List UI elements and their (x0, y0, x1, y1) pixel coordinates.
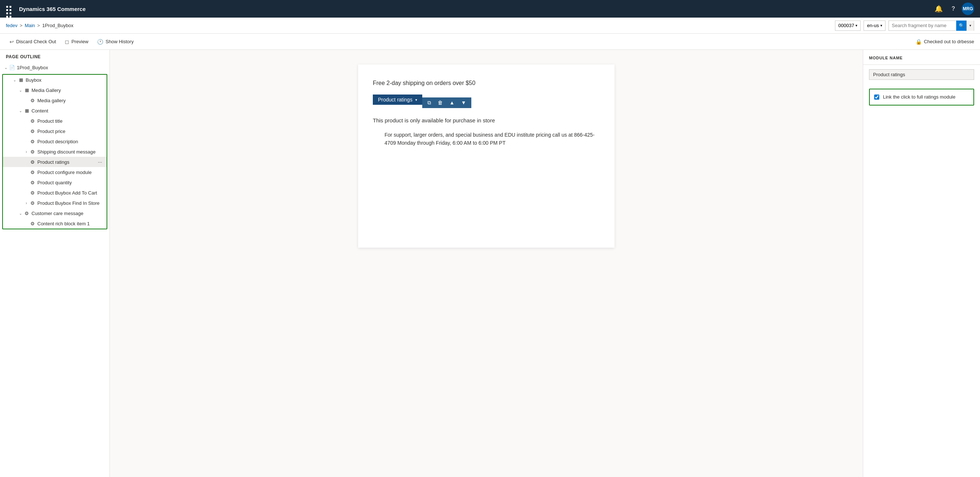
discard-checkout-button[interactable]: ↩ Discard Check Out (6, 37, 60, 46)
fragment-search-box: 🔍 ▾ (888, 21, 974, 31)
media-gallery-item-label: Media gallery (37, 98, 103, 103)
product-price-label: Product price (37, 129, 103, 134)
search-icon: 🔍 (959, 23, 964, 28)
tree-node-product-price[interactable]: › ⚙ Product price (3, 126, 107, 136)
gear-icon-product-price: ⚙ (29, 128, 36, 134)
breadcrumb-current: 1Prod_Buybox (42, 23, 73, 28)
breadcrumb-controls: 000037 ▾ en-us ▾ 🔍 ▾ (835, 21, 974, 31)
more-options-icon[interactable]: ··· (96, 159, 103, 165)
ratings-bar-label: Product ratings (378, 97, 412, 102)
gear-icon-rich-block: ⚙ (29, 220, 36, 227)
preview-label: Preview (72, 39, 88, 44)
ratings-bar-actions: ⧉ 🗑 ▲ ▼ (422, 97, 471, 108)
store-id-chevron: ▾ (856, 24, 858, 27)
support-message: For support, larger orders, and special … (385, 131, 600, 147)
top-navigation: Dynamics 365 Commerce 🔔 ? MRG (0, 0, 980, 18)
media-gallery-chevron: ⌄ (18, 87, 24, 93)
product-ratings-bar[interactable]: Product ratings ▾ (373, 94, 422, 105)
product-available-message: This product is only available for purch… (373, 116, 600, 125)
gear-icon-add-cart: ⚙ (29, 190, 36, 196)
tree-node-media-gallery-item[interactable]: › ⚙ Media gallery (3, 95, 107, 105)
app-grid-icon[interactable] (6, 5, 13, 12)
locale-value: en-us (867, 23, 879, 28)
tree-node-customer-care[interactable]: ⌄ ⚙ Customer care message (3, 208, 107, 219)
tree-node-product-quantity[interactable]: › ⚙ Product quantity (3, 177, 107, 188)
shipping-discount-label: Shipping discount message (37, 149, 103, 155)
store-id-value: 000037 (838, 23, 854, 28)
main-layout: Page Outline ⌄ 📄 1Prod_Buybox ⌄ ▦ Buybox… (0, 50, 980, 477)
product-description-label: Product description (37, 139, 103, 144)
tree-node-buybox[interactable]: ⌄ ▦ Buybox (3, 75, 107, 85)
preview-button[interactable]: ◻ Preview (61, 37, 92, 46)
buybox-section: ⌄ ▦ Buybox ⌄ ▦ Media Gallery › ⚙ Media g… (2, 74, 107, 229)
ratings-copy-button[interactable]: ⧉ (425, 99, 433, 107)
tree-node-product-title[interactable]: › ⚙ Product title (3, 116, 107, 126)
product-title-label: Product title (37, 118, 103, 124)
checked-out-label: Checked out to drbesse (924, 39, 974, 44)
right-panel: MODULE NAME Link the click to full ratin… (863, 50, 980, 477)
tree-node-content[interactable]: ⌄ ▦ Content (3, 105, 107, 116)
gear-icon-ratings: ⚙ (29, 159, 36, 165)
toolbar: ↩ Discard Check Out ◻ Preview 🕐 Show His… (0, 34, 980, 50)
discard-checkout-label: Discard Check Out (16, 39, 56, 44)
tree-node-product-configure[interactable]: › ⚙ Product configure module (3, 167, 107, 177)
tree-node-find-in-store[interactable]: › ⚙ Product Buybox Find In Store (3, 198, 107, 208)
fragment-search-input[interactable] (889, 23, 956, 28)
locale-chevron: ▾ (880, 24, 882, 27)
breadcrumb-sep-1: > (20, 23, 23, 28)
gear-icon-product-desc: ⚙ (29, 138, 36, 145)
bell-icon[interactable]: 🔔 (935, 5, 943, 13)
search-dropdown-button[interactable]: ▾ (966, 21, 974, 31)
buybox-chevron: ⌄ (12, 77, 18, 83)
sidebar: Page Outline ⌄ 📄 1Prod_Buybox ⌄ ▦ Buybox… (0, 50, 110, 477)
buybox-label: Buybox (25, 77, 103, 83)
ratings-delete-button[interactable]: 🗑 (436, 99, 445, 106)
grid-icon-media: ▦ (24, 87, 30, 93)
show-history-button[interactable]: 🕐 Show History (93, 37, 137, 46)
canvas: Free 2-day shipping on orders over $50 P… (110, 50, 863, 477)
product-configure-label: Product configure module (37, 170, 103, 175)
find-store-chevron: › (24, 200, 29, 206)
tree-node-product-add-to-cart[interactable]: › ⚙ Product Buybox Add To Cart (3, 188, 107, 198)
tree-node-product-ratings[interactable]: › ⚙ Product ratings ··· (3, 157, 107, 167)
grid-icon-buybox: ▦ (18, 77, 24, 83)
link-ratings-checkbox[interactable] (874, 94, 879, 100)
find-in-store-label: Product Buybox Find In Store (37, 200, 103, 206)
help-icon[interactable]: ? (951, 5, 955, 12)
grid-icon-content: ▦ (24, 107, 30, 114)
checked-out-badge: 🔒 Checked out to drbesse (916, 39, 974, 45)
breadcrumb-main[interactable]: Main (24, 23, 35, 28)
avatar[interactable]: MRG (962, 3, 974, 15)
root-chevron: ⌄ (3, 64, 9, 70)
content-chevron: ⌄ (18, 108, 24, 113)
lock-icon: 🔒 (916, 39, 922, 45)
breadcrumb-sep-2: > (37, 23, 40, 28)
breadcrumb-bar: fedev > Main > 1Prod_Buybox 000037 ▾ en-… (0, 18, 980, 34)
locale-select[interactable]: en-us ▾ (864, 21, 886, 31)
module-name-input[interactable] (869, 69, 974, 80)
link-to-ratings-row: Link the click to full ratings module (869, 89, 974, 105)
show-history-label: Show History (105, 39, 134, 44)
tree-node-root[interactable]: ⌄ 📄 1Prod_Buybox (0, 62, 110, 73)
ratings-bar-container: Product ratings ▾ ⧉ 🗑 ▲ ▼ (373, 94, 600, 111)
gear-icon-find-store: ⚙ (29, 199, 36, 206)
content-rich-block-label: Content rich block item 1 (37, 221, 103, 227)
product-quantity-label: Product quantity (37, 180, 103, 185)
gear-icon-shipping: ⚙ (29, 148, 36, 155)
tree-node-shipping-discount[interactable]: › ⚙ Shipping discount message (3, 147, 107, 157)
ratings-move-up-button[interactable]: ▲ (447, 99, 457, 106)
doc-icon: 📄 (9, 64, 15, 71)
media-gallery-label: Media Gallery (32, 88, 103, 93)
tree-node-product-description[interactable]: › ⚙ Product description (3, 136, 107, 147)
tree-node-media-gallery[interactable]: ⌄ ▦ Media Gallery (3, 85, 107, 95)
gear-icon-configure: ⚙ (29, 169, 36, 175)
tree-node-content-rich-block[interactable]: › ⚙ Content rich block item 1 (3, 219, 107, 229)
store-id-select[interactable]: 000037 ▾ (835, 21, 861, 31)
content-label: Content (32, 108, 103, 113)
link-ratings-label[interactable]: Link the click to full ratings module (883, 94, 956, 101)
ratings-move-down-button[interactable]: ▼ (459, 99, 468, 106)
search-button[interactable]: 🔍 (956, 21, 966, 31)
canvas-content: Free 2-day shipping on orders over $50 P… (358, 64, 614, 248)
gear-icon-customer-care: ⚙ (24, 210, 30, 217)
breadcrumb-fedev[interactable]: fedev (6, 23, 18, 28)
